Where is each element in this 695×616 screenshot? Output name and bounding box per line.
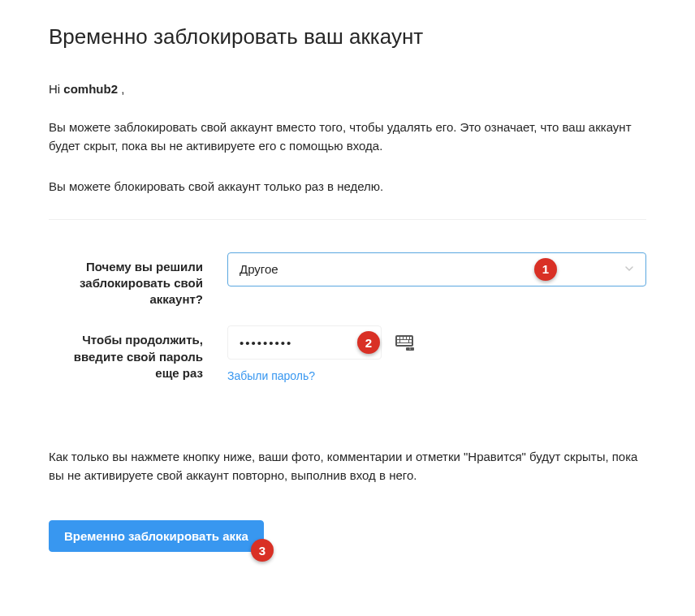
greeting-suffix: , xyxy=(118,82,124,96)
chevron-down-icon xyxy=(624,263,634,276)
svg-rect-5 xyxy=(410,337,412,339)
svg-rect-8 xyxy=(409,340,412,342)
svg-rect-3 xyxy=(404,337,406,339)
greeting-prefix: Hi xyxy=(49,82,63,96)
warning-note: Как только вы нажмете кнопку ниже, ваши … xyxy=(49,448,646,485)
annotation-marker-3: 3 xyxy=(251,539,274,562)
greeting-username: comhub2 xyxy=(63,82,118,96)
svg-rect-4 xyxy=(407,337,409,339)
svg-rect-1 xyxy=(397,337,399,339)
reason-row: Почему вы решили заблокировать свой акка… xyxy=(49,252,646,308)
section-divider xyxy=(49,219,646,220)
forgot-password-link[interactable]: Забыли пароль? xyxy=(227,369,315,382)
password-row: Чтобы продолжить, введите свой пароль ещ… xyxy=(49,325,646,383)
reason-select-value: Другое xyxy=(240,262,624,276)
greeting-line: Hi comhub2 , xyxy=(49,82,646,96)
reason-control: Другое 1 xyxy=(227,252,646,286)
svg-rect-2 xyxy=(400,337,403,339)
password-control: 1 2 Забыли пароль? xyxy=(227,325,646,383)
svg-rect-9 xyxy=(397,343,412,345)
svg-rect-6 xyxy=(397,340,399,342)
disable-account-button[interactable]: Временно заблокировать акка xyxy=(49,520,264,552)
submit-wrap: Временно заблокировать акка 3 xyxy=(49,520,264,552)
svg-rect-7 xyxy=(400,340,408,342)
svg-text:1: 1 xyxy=(409,347,411,351)
reason-select[interactable]: Другое xyxy=(227,252,646,286)
intro-paragraph-2: Вы можете блокировать свой аккаунт тольк… xyxy=(49,178,646,196)
keyboard-icon[interactable]: 1 xyxy=(393,333,416,352)
reason-label: Почему вы решили заблокировать свой акка… xyxy=(49,252,227,308)
annotation-marker-1: 1 xyxy=(534,258,557,281)
password-label: Чтобы продолжить, введите свой пароль ещ… xyxy=(49,325,227,381)
page-title: Временно заблокировать ваш аккаунт xyxy=(49,24,646,50)
intro-paragraph-1: Вы можете заблокировать свой аккаунт вме… xyxy=(49,118,646,155)
